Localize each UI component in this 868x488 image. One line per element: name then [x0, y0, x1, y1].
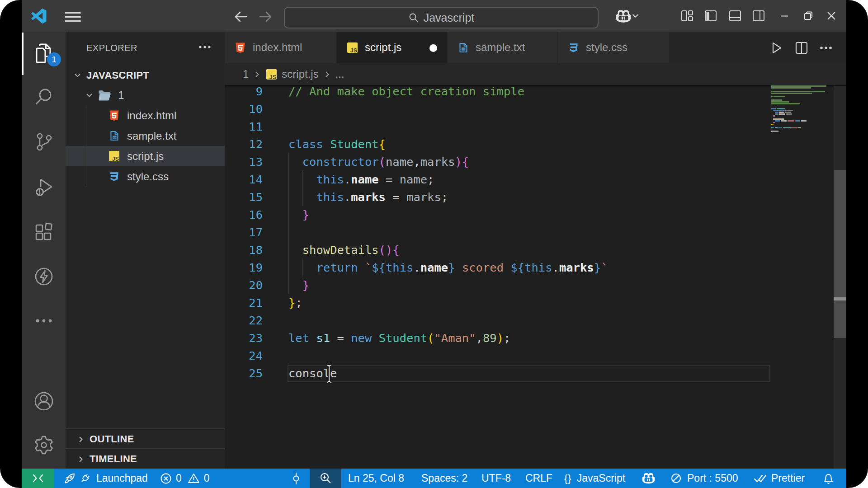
activity-search-icon[interactable] — [22, 75, 66, 118]
tree-file-sample.txt[interactable]: sample.txt — [66, 126, 225, 146]
code-line-16: 16 } — [225, 206, 834, 224]
code-line-23: 23let s1 = new Student("Aman",89); — [225, 329, 834, 347]
status-prettier[interactable]: Prettier — [754, 469, 805, 488]
line-number: 9 — [225, 83, 263, 100]
errors-icon — [160, 473, 172, 484]
explorer-sidebar: EXPLORER JAVASCRIPT 1 index.html sample.… — [66, 32, 225, 469]
code-text: constructor(name,marks){ — [288, 153, 469, 171]
outline-section[interactable]: OUTLINE — [66, 428, 225, 449]
status-screencast[interactable] — [291, 469, 302, 488]
timeline-label: TIMELINE — [90, 453, 137, 465]
text-cursor-pointer — [326, 364, 333, 384]
warning-count: 0 — [204, 472, 210, 484]
cursor-position: Ln 25, Col 8 — [348, 472, 404, 484]
minimap-line — [788, 120, 794, 122]
active-indicator — [22, 33, 24, 75]
minimap-line — [779, 113, 785, 115]
command-center-search[interactable]: Javascript — [284, 7, 599, 28]
status-indentation[interactable]: Spaces: 2 — [421, 469, 467, 488]
editor-scrollbar[interactable] — [834, 86, 846, 469]
minimap-line — [786, 113, 792, 115]
formatter-label: Prettier — [771, 472, 805, 484]
code-line-9: 9// And make object creation simple — [225, 83, 834, 100]
toggle-panel-icon[interactable] — [729, 9, 741, 22]
status-encoding[interactable]: UTF-8 — [481, 469, 511, 488]
minimap-line — [781, 120, 787, 122]
status-problems[interactable]: 00 — [160, 469, 210, 488]
status-port[interactable]: Port : 5500 — [670, 469, 738, 488]
code-area[interactable]: 9// And make object creation simple10111… — [225, 32, 834, 469]
line-number: 10 — [225, 100, 263, 118]
menu-hamburger-icon[interactable] — [65, 12, 81, 21]
activity-extensions-icon[interactable] — [22, 211, 66, 254]
minimap-line — [775, 113, 778, 115]
port-label: Port : 5500 — [687, 472, 738, 484]
tree-file-index.html[interactable]: index.html — [66, 105, 225, 126]
eol: CRLF — [525, 472, 552, 484]
minimap-line — [801, 120, 807, 122]
minimap-line — [771, 99, 782, 101]
minimap[interactable] — [771, 32, 831, 469]
line-number: 21 — [225, 294, 263, 312]
editor-group: index.html JS script.js sample.txt style… — [225, 32, 846, 469]
code-text: class Student{ — [288, 136, 386, 153]
activity-explorer-icon[interactable]: 1 — [22, 32, 66, 75]
minimize-icon[interactable] — [778, 10, 790, 22]
folder-icon — [98, 90, 111, 101]
status-copilot[interactable] — [641, 469, 656, 488]
activity-more-icon[interactable] — [22, 299, 66, 343]
plug-icon — [79, 473, 91, 484]
sidebar-title: EXPLORER — [86, 43, 137, 53]
activity-source-control-icon[interactable] — [22, 120, 66, 164]
bell-icon — [823, 472, 834, 485]
code-text: this.name = name; — [288, 171, 434, 188]
scrollbar-cursor-marker — [834, 297, 846, 300]
minimap-line — [779, 112, 784, 113]
status-cursor-position[interactable]: Ln 25, Col 8 — [348, 469, 404, 488]
workspace-section-header[interactable]: JAVASCRIPT — [66, 65, 225, 85]
activity-run-and-debug-icon[interactable] — [22, 166, 66, 209]
activity-accounts-icon[interactable] — [22, 380, 66, 423]
line-number: 25 — [225, 365, 263, 382]
scrollbar-thumb[interactable] — [834, 170, 846, 338]
explorer-more-actions-icon[interactable] — [199, 42, 211, 52]
customize-layout-icon[interactable] — [681, 9, 693, 22]
toggle-secondary-sidebar-icon[interactable] — [752, 9, 765, 22]
tree-folder-row[interactable]: 1 — [66, 85, 225, 105]
status-launchpad[interactable]: Launchpad — [63, 469, 148, 488]
screencast-icon — [291, 472, 302, 485]
chevron-right-icon — [77, 436, 85, 443]
copilot-menu-icon[interactable] — [613, 9, 640, 23]
nav-back-icon[interactable] — [233, 9, 249, 24]
screen-frame: Javascript — [0, 0, 868, 488]
code-line-20: 20 } — [225, 277, 834, 294]
minimap-line — [773, 115, 775, 117]
error-count: 0 — [176, 472, 182, 484]
nav-forward-icon[interactable] — [258, 9, 273, 24]
close-icon[interactable] — [826, 10, 837, 22]
minimap-line — [771, 87, 811, 89]
status-language[interactable]: {}JavaScript — [564, 469, 625, 488]
chevron-right-icon — [77, 455, 85, 463]
restore-icon[interactable] — [802, 10, 814, 22]
code-text: } — [288, 206, 309, 224]
status-zoom-indicator[interactable] — [310, 469, 341, 488]
timeline-section[interactable]: TIMELINE — [66, 448, 225, 469]
css-file-icon — [108, 171, 120, 182]
minimap-line — [775, 127, 778, 128]
search-icon — [408, 12, 419, 23]
status-notifications[interactable] — [823, 469, 834, 488]
code-line-21: 21}; — [225, 294, 834, 312]
activity-live-server-icon[interactable] — [22, 255, 66, 298]
line-number: 16 — [225, 206, 263, 224]
line-number: 18 — [225, 241, 263, 259]
remote-indicator[interactable] — [22, 469, 54, 488]
line-number: 17 — [225, 224, 263, 241]
tree-file-style.css[interactable]: style.css — [66, 166, 225, 187]
toggle-primary-sidebar-icon[interactable] — [704, 9, 717, 22]
tree-file-script.js[interactable]: JS script.js — [66, 146, 225, 166]
code-text: showDetails(){ — [288, 241, 400, 259]
status-eol[interactable]: CRLF — [525, 469, 552, 488]
activity-settings-icon[interactable] — [22, 423, 66, 467]
warnings-icon — [188, 473, 200, 484]
